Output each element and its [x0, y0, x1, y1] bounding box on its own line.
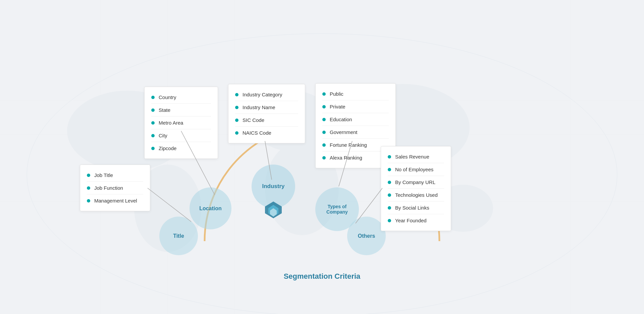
dot-jobtitle: [87, 174, 90, 177]
dot-industry-name: [235, 106, 238, 109]
main-container: Industry Location Types ofCompany Title …: [0, 0, 644, 314]
center-logo: [265, 201, 282, 222]
dot-employees: [388, 168, 391, 171]
location-item-metro: Metro Area: [151, 117, 211, 129]
dot-education: [322, 118, 326, 121]
dot-industry-category: [235, 93, 238, 96]
title-item-jobtitle: Job Title: [87, 169, 143, 182]
types-item-government: Government: [322, 126, 389, 139]
card-title: Job Title Job Function Management Level: [80, 165, 150, 211]
industry-item-name: Industry Name: [235, 101, 298, 114]
title-item-jobfunction: Job Function: [87, 182, 143, 194]
bubble-others: Others: [347, 217, 386, 255]
dot-social: [388, 206, 391, 210]
card-others: Sales Revenue No of Employees By Company…: [381, 146, 451, 231]
industry-item-naics: NAICS Code: [235, 127, 298, 139]
dot-alexa: [322, 156, 326, 160]
dot-state: [151, 108, 155, 112]
dot-sic-code: [235, 119, 238, 122]
dot-revenue: [388, 155, 391, 159]
industry-item-sic: SIC Code: [235, 114, 298, 127]
title-item-management: Management Level: [87, 194, 143, 207]
dot-fortune: [322, 143, 326, 147]
location-item-country: Country: [151, 91, 211, 104]
card-industry: Industry Category Industry Name SIC Code…: [228, 84, 305, 143]
others-item-url: By Company URL: [388, 176, 444, 189]
dot-public: [322, 92, 326, 96]
others-item-revenue: Sales Revenue: [388, 150, 444, 163]
location-item-city: City: [151, 129, 211, 142]
types-item-alexa: Alexa Ranking: [322, 151, 389, 164]
others-item-employees: No of Employees: [388, 163, 444, 176]
dot-city: [151, 134, 155, 137]
dot-management: [87, 199, 90, 203]
card-location: Country State Metro Area City Zipcode: [144, 87, 218, 159]
bubble-title: Title: [159, 217, 198, 255]
dot-private: [322, 105, 326, 108]
dot-country: [151, 96, 155, 99]
location-item-zipcode: Zipcode: [151, 142, 211, 154]
types-item-public: Public: [322, 88, 389, 100]
dot-zipcode: [151, 147, 155, 150]
dot-metro: [151, 121, 155, 125]
dot-url: [388, 181, 391, 184]
types-item-fortune: Fortune Ranking: [322, 139, 389, 151]
bubble-location: Location: [190, 187, 231, 229]
dot-government: [322, 131, 326, 134]
others-item-founded: Year Founded: [388, 214, 444, 227]
others-item-social: By Social Links: [388, 201, 444, 214]
others-item-tech: Technologies Used: [388, 189, 444, 201]
dot-tech: [388, 193, 391, 197]
types-item-private: Private: [322, 100, 389, 113]
types-item-education: Education: [322, 113, 389, 126]
location-item-state: State: [151, 104, 211, 117]
dot-founded: [388, 219, 391, 222]
industry-item-category: Industry Category: [235, 88, 298, 101]
dot-naics-code: [235, 131, 238, 135]
segmentation-label: Segmentation Criteria: [284, 272, 361, 281]
dot-jobfunction: [87, 186, 90, 190]
